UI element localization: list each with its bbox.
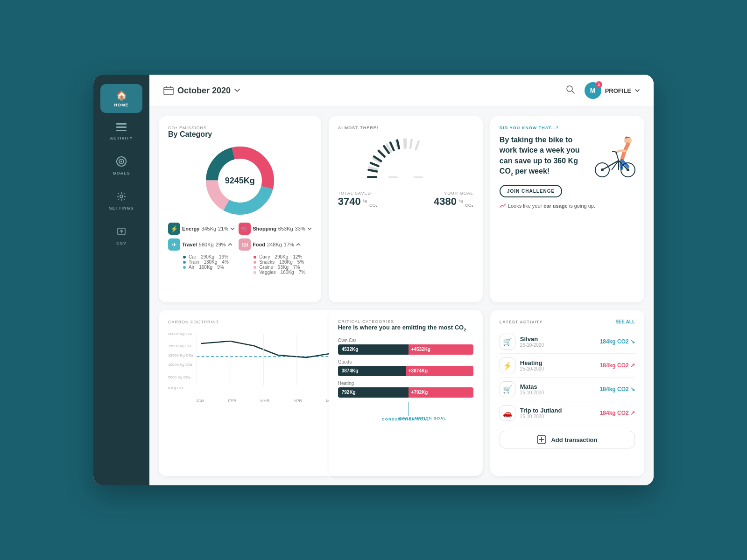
- sidebar-item-home[interactable]: 🏠 HOME: [100, 84, 142, 113]
- sidebar-item-csv[interactable]: CSV: [100, 221, 142, 251]
- goal-indicator: CONSUMPTION GOAL: [338, 402, 473, 416]
- critical-label: CRITICAL CATEGORIES: [338, 319, 473, 324]
- activity-title: LATEST ACTIVITY: [500, 320, 543, 324]
- svg-point-38: [601, 168, 604, 171]
- bar-track-goods: 3874Kg +3874Kg: [338, 366, 473, 376]
- svg-text:10000 Kg CO₂: 10000 Kg CO₂: [168, 363, 193, 367]
- notification-badge: 2: [596, 81, 602, 88]
- tip-text: By taking the bike to work twice a week …: [500, 135, 588, 177]
- activity-icon: [116, 123, 127, 134]
- silvan-value: 184kg CO2 ↘: [600, 338, 635, 345]
- sidebar-label-activity: ACTIVITY: [110, 136, 133, 140]
- air-dot: [183, 266, 186, 269]
- profile-button[interactable]: M 2 PROFILE: [585, 82, 640, 99]
- subcat-car: Car290Kg16%: [183, 254, 235, 259]
- gauge-svg: [364, 135, 448, 182]
- subcat-grains: Grains53Kg7%: [254, 265, 312, 270]
- emission-categories: ⚡ Energy 345Kg 21% 🛒 Shopping 653Kg: [168, 223, 312, 275]
- total-saved-block: TOTAL SAVED 3740 kg CO₂: [338, 191, 378, 208]
- svg-rect-0: [116, 123, 127, 125]
- emission-cat-food: 🍽 Food 248Kg 17% Dairy290Kg12%: [239, 238, 312, 275]
- your-goal-unit: kg: [458, 198, 463, 203]
- header-right: M 2 PROFILE: [566, 82, 640, 99]
- biker-illustration: [588, 130, 644, 182]
- food-subcats: Dairy290Kg12% Snacks130Kg5% Grains53Kg7%: [239, 254, 312, 275]
- subcat-air: Air160Kg9%: [183, 265, 235, 270]
- bar-extra-own-car: +4532Kg: [409, 344, 473, 355]
- train-dot: [183, 261, 186, 264]
- veggies-dot: [254, 271, 256, 274]
- svg-line-30: [404, 140, 405, 148]
- svg-line-16: [369, 168, 377, 170]
- food-icon: 🍽: [239, 238, 251, 251]
- sidebar-label-home: HOME: [114, 103, 129, 107]
- svg-text:15000 Kg CO₂: 15000 Kg CO₂: [168, 344, 193, 348]
- bar-heating: Heating 792Kg +792Kg: [338, 381, 473, 398]
- bar-extra-heating: +792Kg: [409, 387, 473, 398]
- sidebar-item-settings[interactable]: SETTINGS: [100, 186, 142, 216]
- sidebar-item-activity[interactable]: ACTIVITY: [100, 118, 142, 146]
- subcat-train: Train130Kg4%: [183, 259, 235, 265]
- jutland-icon: 🚗: [500, 405, 515, 421]
- settings-icon: [116, 191, 127, 204]
- x-label-mar: MAR: [260, 399, 269, 403]
- heating-icon: ⚡: [500, 357, 515, 373]
- x-label-feb: FEB: [228, 399, 236, 403]
- bar-base-heating: 792Kg: [338, 387, 409, 398]
- car-warning: Looks like your car usage is going up.: [500, 203, 635, 209]
- calendar-icon: [163, 86, 174, 95]
- travel-icon: ✈: [168, 238, 180, 251]
- emissions-card: CO₂ EMISSIONS By Category: [159, 116, 321, 302]
- heating-value: 184kg CO2 ↗: [600, 362, 635, 369]
- add-transaction-button[interactable]: Add transaction: [500, 431, 635, 448]
- svg-rect-8: [164, 87, 173, 95]
- activity-card: LATEST ACTIVITY SEE ALL 🛒 Silvan 25-10-2…: [490, 310, 644, 476]
- svg-point-9: [567, 86, 572, 91]
- activity-item-heating: ⚡ Heating 25-10-2020 184kg CO2 ↗: [500, 354, 635, 378]
- activity-card-header: LATEST ACTIVITY SEE ALL: [500, 319, 635, 324]
- sidebar-label-settings: SETTINGS: [109, 206, 134, 210]
- bar-base-own-car: 4532Kg: [338, 344, 409, 355]
- search-button[interactable]: [566, 85, 575, 97]
- svg-text:20000 Kg CO₂: 20000 Kg CO₂: [168, 332, 193, 336]
- activity-item-matas: 🛒 Matas 25-10-2020 184kg CO2 ↘: [500, 378, 635, 401]
- grains-dot: [254, 266, 256, 269]
- profile-chevron-icon: [635, 89, 640, 92]
- see-all-button[interactable]: SEE ALL: [615, 319, 635, 324]
- join-challenge-button[interactable]: JOIN CHALLENGE: [500, 185, 562, 197]
- goals-icon: [116, 156, 127, 169]
- bar-track-own-car: 4532Kg +4532Kg: [338, 344, 473, 355]
- svg-point-39: [627, 168, 629, 171]
- header-left: October 2020: [163, 86, 240, 96]
- bar-goods: Goods 3874Kg +3874Kg: [338, 359, 473, 376]
- chevron-down-icon: [307, 227, 312, 231]
- your-goal-value: 4380 kg CO₂: [434, 196, 473, 208]
- bar-own-car: Own Car 4532Kg +4532Kg: [338, 338, 473, 355]
- header-date[interactable]: October 2020: [177, 86, 240, 96]
- total-saved-unit: kg: [363, 198, 367, 203]
- subcat-snacks: Snacks130Kg5%: [254, 259, 312, 265]
- goal-values: TOTAL SAVED 3740 kg CO₂ YOUR GOAL 4380 k…: [338, 191, 473, 208]
- x-label-jan: JAN: [196, 399, 204, 403]
- bar-base-goods: 3874Kg: [338, 366, 406, 376]
- total-saved-title: TOTAL SAVED: [338, 191, 378, 196]
- emission-cat-shopping: 🛒 Shopping 653Kg 33%: [239, 223, 312, 235]
- sidebar-label-goals: GOALS: [113, 171, 130, 175]
- svg-rect-1: [116, 126, 127, 128]
- svg-rect-2: [116, 130, 127, 131]
- svg-line-23: [368, 170, 377, 171]
- svg-point-5: [120, 161, 122, 162]
- silvan-icon: 🛒: [500, 334, 515, 350]
- emission-cat-energy: ⚡ Energy 345Kg 21%: [168, 223, 235, 235]
- bar-track-heating: 792Kg +792Kg: [338, 387, 473, 398]
- car-dot: [183, 256, 186, 259]
- csv-icon: [117, 226, 126, 239]
- goal-label: ALMOST THERE!: [338, 126, 473, 130]
- goal-card: ALMOST THERE!: [329, 116, 483, 302]
- sidebar-item-goals[interactable]: GOALS: [100, 151, 142, 181]
- consumption-goal-label: CONSUMPTION GOAL: [399, 416, 446, 420]
- chevron-up-icon: [296, 243, 301, 246]
- your-goal-title: YOUR GOAL: [434, 191, 473, 196]
- sidebar-label-csv: CSV: [116, 241, 127, 245]
- donut-chart: 9245Kg: [168, 143, 312, 218]
